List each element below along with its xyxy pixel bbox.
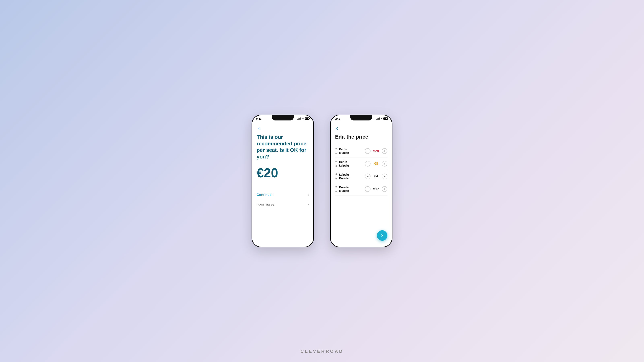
city-to-3: Dresden <box>339 177 350 180</box>
phone2-content: Edit the price Berlin Munich − <box>331 124 392 247</box>
battery-icon-2 <box>384 117 388 120</box>
signal-icon-2 <box>376 117 380 120</box>
decrease-btn-3[interactable]: − <box>365 174 370 179</box>
notch1 <box>272 115 294 120</box>
city-to-2: Leipzig <box>339 164 349 167</box>
fab-next-button[interactable] <box>377 230 388 241</box>
battery-icon-1 <box>305 117 309 120</box>
price-value-4: €17 <box>372 187 380 191</box>
headline-1: This is our recommended price per seat. … <box>256 134 309 160</box>
price-control-4: − €17 + <box>365 186 388 192</box>
wifi-icon-1: ∿ <box>302 117 304 120</box>
price-value-3: €4 <box>372 174 380 178</box>
continue-button[interactable]: Continue › <box>256 190 309 200</box>
increase-btn-3[interactable]: + <box>382 174 388 179</box>
route-item-4: Dresden Munich − €17 + <box>335 183 388 195</box>
route-cities-4: Dresden Munich <box>339 186 350 192</box>
route-cities-1: Berlin Munich <box>339 148 349 154</box>
decrease-btn-2[interactable]: − <box>365 161 370 167</box>
continue-chevron: › <box>308 193 309 197</box>
time-2: 9:41 <box>335 117 340 120</box>
decrease-btn-4[interactable]: − <box>365 186 370 192</box>
city-to-4: Munich <box>339 189 350 192</box>
route-info-1: Berlin Munich <box>335 148 349 154</box>
route-info-3: Leipzig Dresden <box>335 173 350 180</box>
route-dots-2 <box>335 161 337 167</box>
price-display: €20 <box>256 166 309 180</box>
back-button-1[interactable] <box>256 126 260 130</box>
city-from-4: Dresden <box>339 186 350 189</box>
increase-btn-4[interactable]: + <box>382 186 388 192</box>
route-cities-3: Leipzig Dresden <box>339 173 350 180</box>
price-value-1: €29 <box>372 149 380 153</box>
city-from-1: Berlin <box>339 148 349 151</box>
back-button-2[interactable] <box>335 126 339 130</box>
city-to-1: Munich <box>339 151 349 154</box>
wifi-icon-2: ∿ <box>380 117 382 120</box>
phone2: 9:41 ∿ Edit the price <box>330 115 392 247</box>
route-info-4: Dresden Munich <box>335 186 350 192</box>
price-control-3: − €4 + <box>365 174 388 179</box>
city-from-3: Leipzig <box>339 173 350 176</box>
route-dots-3 <box>335 173 337 179</box>
price-value-2: €8 <box>372 162 380 166</box>
notch2 <box>350 115 372 120</box>
price-control-1: − €29 + <box>365 148 388 154</box>
disagree-button[interactable]: I don't agree › <box>256 200 309 209</box>
route-item-3: Leipzig Dresden − €4 + <box>335 170 388 183</box>
status-icons-2: ∿ <box>376 117 388 120</box>
phones-container: 9:41 ∿ This is our recomme <box>252 115 392 247</box>
route-info-2: Berlin Leipzig <box>335 160 349 167</box>
continue-label: Continue <box>256 193 272 197</box>
page-title-2: Edit the price <box>335 134 388 140</box>
route-dots-4 <box>335 186 337 192</box>
route-item-1: Berlin Munich − €29 + <box>335 145 388 157</box>
status-icons-1: ∿ <box>298 117 309 120</box>
price-control-2: − €8 + <box>365 161 388 167</box>
decrease-btn-1[interactable]: − <box>365 148 370 154</box>
route-cities-2: Berlin Leipzig <box>339 160 349 167</box>
route-item-2: Berlin Leipzig − €8 + <box>335 157 388 170</box>
increase-btn-1[interactable]: + <box>382 148 388 154</box>
route-dots-1 <box>335 148 337 154</box>
signal-icon-1 <box>298 117 301 120</box>
phone1: 9:41 ∿ This is our recomme <box>252 115 314 247</box>
disagree-chevron: › <box>308 203 309 206</box>
time-1: 9:41 <box>256 117 262 120</box>
phone1-content: This is our recommended price per seat. … <box>252 124 313 247</box>
city-from-2: Berlin <box>339 160 349 163</box>
brand-label: CLEVERROAD <box>300 349 344 354</box>
increase-btn-2[interactable]: + <box>382 161 388 167</box>
disagree-label: I don't agree <box>256 203 274 206</box>
